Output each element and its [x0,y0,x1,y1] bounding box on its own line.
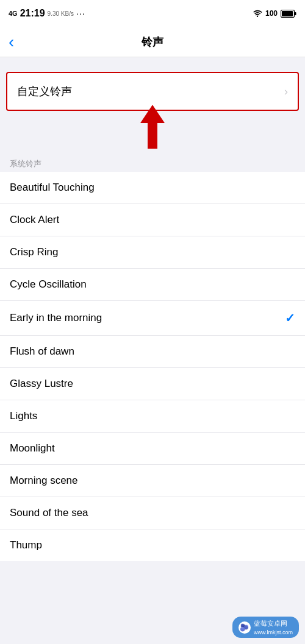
custom-ringtone-label: 自定义铃声 [17,84,72,99]
ringtone-item[interactable]: Sound of the sea [0,497,305,529]
signal-4g: 4G [9,10,18,17]
back-button[interactable]: ‹ [9,32,14,52]
ringtone-item[interactable]: Early in the morning✓ [0,301,305,336]
ringtone-item[interactable]: Beautiful Touching [0,172,305,204]
ringtone-item[interactable]: Glassy Lustre [0,368,305,400]
system-section-label: 系统铃声 [0,154,305,172]
arrow-container [0,111,305,154]
custom-ringtone-item[interactable]: 自定义铃声 › [7,73,298,110]
ringtone-item[interactable]: Lights [0,400,305,433]
svg-rect-1 [282,11,293,16]
kb-speed: 9.30 KB/s [48,10,74,17]
watermark-text: 蓝莓安卓网www.lmkjst.com [254,619,293,635]
ringtone-item[interactable]: Cycle Oscillation [0,269,305,301]
ringtone-name: Cycle Oscillation [10,278,87,291]
red-arrow [140,105,165,149]
ringtone-name: Moonlight [10,442,55,455]
ringtone-name: Morning scene [10,475,78,487]
status-dots: ··· [76,9,85,18]
ringtone-name: Glassy Lustre [10,378,73,390]
custom-section-wrapper: 自定义铃声 › [0,57,305,111]
chevron-right-icon: › [284,85,288,98]
watermark: 🫐 蓝莓安卓网www.lmkjst.com [232,617,299,638]
ringtone-name: Crisp Ring [10,246,58,258]
ringtone-name: Thump [10,539,42,551]
ringtone-item[interactable]: Thump [0,529,305,561]
ringtone-name: Early in the morning [10,312,102,324]
arrow-head [140,105,165,123]
status-bar-real: 4G 21:19 9.30 KB/s ··· 100 [0,0,305,27]
status-left-real: 4G 21:19 9.30 KB/s ··· [9,8,85,19]
ringtone-name: Flush of dawn [10,345,74,358]
ringtone-item[interactable]: Flush of dawn [0,336,305,368]
ringtone-item[interactable]: Clock Alert [0,204,305,236]
arrow-shaft [148,123,157,149]
ringtone-name: Beautiful Touching [10,182,95,194]
watermark-url: www.lmkjst.com [254,629,293,635]
nav-bar: ‹ 铃声 [0,27,305,57]
status-right-real: 100 [253,9,296,18]
ringtone-item[interactable]: Crisp Ring [0,236,305,269]
ringtone-item[interactable]: Moonlight [0,433,305,465]
watermark-icon: 🫐 [239,621,251,634]
wifi-icon-real [253,10,262,17]
ringtone-name: Clock Alert [10,214,59,226]
page-title: 铃声 [142,35,163,49]
time-display: 21:19 [20,8,45,19]
battery-svg [281,10,296,18]
battery-number: 100 [265,9,278,18]
ringtone-item[interactable]: Morning scene [0,465,305,497]
ringtone-name: Sound of the sea [10,507,88,519]
svg-rect-2 [295,12,296,15]
ringtone-list: Beautiful TouchingClock AlertCrisp RingC… [0,172,305,561]
ringtone-name: Lights [10,410,37,422]
selected-checkmark: ✓ [285,311,295,325]
